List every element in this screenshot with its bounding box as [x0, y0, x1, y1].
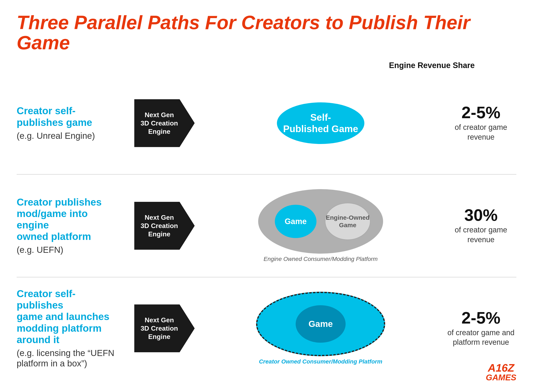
path-label-3: Creator self-publishesgame and launchesm… [17, 288, 125, 369]
path-row-2: Creator publishesmod/game into engineown… [17, 175, 516, 277]
page-container: Three Parallel Paths For Creators to Pub… [0, 0, 533, 392]
diagram-3: Game Creator Owned Consumer/Modding Plat… [204, 292, 437, 365]
revenue-2: 30% of creator gamerevenue [437, 207, 516, 245]
arrow-text-3: Next Gen3D Creation Engine [134, 316, 184, 341]
logo-a16z: A16Z [488, 362, 514, 373]
creator-owned-wrapper: Game Creator Owned Consumer/Modding Plat… [256, 292, 385, 365]
engine-owned-wrapper: Game Engine-OwnedGame Engine Owned Consu… [258, 189, 383, 262]
paths-container: Creator self-publishes game (e.g. Unreal… [17, 72, 516, 379]
creator-platform-label: Creator Owned Consumer/Modding Platform [259, 358, 382, 365]
logo-container: A16Z GAMES [486, 362, 516, 382]
path-3-sub: (e.g. licensing the “UEFNplatform in a b… [17, 348, 117, 369]
arrow-text-1: Next Gen3D Creation Engine [134, 111, 184, 136]
arrow-shape-3: Next Gen3D Creation Engine [129, 304, 200, 352]
game-circle-engine: Game [275, 205, 316, 238]
arrow-body-2: Next Gen3D Creation Engine [134, 202, 195, 250]
creator-owned-ellipse: Game [256, 292, 385, 356]
revenue-desc-2: of creator gamerevenue [455, 225, 507, 245]
logo-games: GAMES [486, 373, 516, 382]
revenue-header: Engine Revenue Share [389, 61, 475, 70]
engine-owned-inner-text: Engine-OwnedGame [326, 214, 370, 229]
self-published-ellipse: Self-Published Game [277, 102, 364, 144]
diagram-2: Game Engine-OwnedGame Engine Owned Consu… [204, 189, 437, 262]
arrow-3: Next Gen3D Creation Engine [125, 304, 204, 352]
revenue-percent-3: 2-5% [462, 310, 500, 326]
path-1-title: Creator self-publishes game [17, 105, 117, 128]
path-1-sub: (e.g. Unreal Engine) [17, 131, 117, 141]
engine-owned-inner: Engine-OwnedGame [325, 203, 371, 240]
path-2-title: Creator publishesmod/game into engineown… [17, 196, 117, 243]
path-label-2: Creator publishesmod/game into engineown… [17, 196, 125, 255]
revenue-percent-1: 2-5% [462, 104, 500, 121]
self-published-text: Self-Published Game [283, 112, 358, 135]
main-title: Three Parallel Paths For Creators to Pub… [17, 13, 516, 53]
arrow-body-1: Next Gen3D Creation Engine [134, 99, 195, 147]
revenue-1: 2-5% of creator gamerevenue [437, 104, 516, 142]
diagram-1: Self-Published Game [204, 102, 437, 144]
creator-game-text: Game [309, 319, 333, 329]
arrow-shape-2: Next Gen3D Creation Engine [129, 202, 200, 250]
engine-owned-outer: Game Engine-OwnedGame [258, 189, 383, 254]
path-row-1: Creator self-publishes game (e.g. Unreal… [17, 72, 516, 175]
path-label-1: Creator self-publishes game (e.g. Unreal… [17, 105, 125, 141]
revenue-desc-1: of creator gamerevenue [455, 122, 507, 142]
revenue-3: 2-5% of creator game andplatform revenue [437, 310, 516, 347]
engine-platform-label: Engine Owned Consumer/Modding Platform [264, 256, 378, 262]
arrow-2: Next Gen3D Creation Engine [125, 202, 204, 250]
revenue-header-row: Engine Revenue Share [17, 61, 516, 70]
arrow-1: Next Gen3D Creation Engine [125, 99, 204, 147]
revenue-desc-3: of creator game andplatform revenue [448, 328, 514, 347]
path-row-3: Creator self-publishesgame and launchesm… [17, 277, 516, 379]
path-3-title: Creator self-publishesgame and launchesm… [17, 288, 117, 345]
arrow-text-2: Next Gen3D Creation Engine [134, 213, 184, 238]
path-2-sub: (e.g. UEFN) [17, 245, 117, 255]
revenue-percent-2: 30% [464, 207, 498, 224]
arrow-body-3: Next Gen3D Creation Engine [134, 304, 195, 352]
creator-game-circle: Game [296, 305, 346, 343]
game-text-engine: Game [285, 217, 307, 226]
arrow-shape-1: Next Gen3D Creation Engine [129, 99, 200, 147]
